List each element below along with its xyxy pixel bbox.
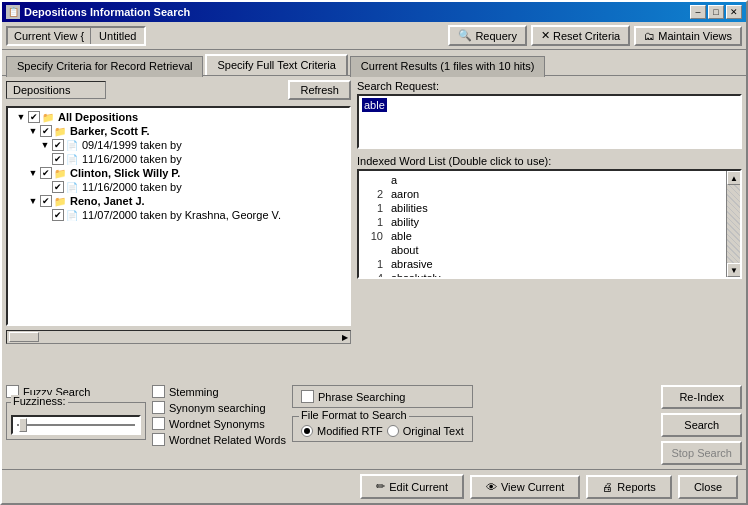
tree-item[interactable]: ▼ ✔ 📄 09/14/1999 taken by — [10, 138, 347, 152]
fuzzy-col: Fuzzy Search Fuzziness: — [6, 385, 146, 440]
search-button[interactable]: Search — [661, 413, 742, 437]
close-button-bottom[interactable]: Close — [678, 475, 738, 499]
tab-criteria[interactable]: Specify Criteria for Record Retrieval — [6, 56, 203, 77]
file-format-box: File Format to Search Modified RTF Origi… — [292, 416, 473, 442]
tree-item[interactable]: ▼ ✔ 📁 Reno, Janet J. — [10, 194, 347, 208]
folder-icon: 📁 — [42, 112, 56, 123]
tree-toggle[interactable]: ▼ — [16, 112, 26, 122]
search-input-text: able — [362, 98, 387, 112]
minimize-button[interactable]: – — [690, 5, 706, 19]
scroll-track[interactable] — [727, 185, 740, 263]
current-view-label: Current View { — [8, 28, 91, 44]
synonym-label: Synonym searching — [169, 402, 266, 414]
maintain-icon: 🗂 — [644, 30, 655, 42]
search-request-label: Search Request: — [357, 80, 742, 92]
tree-item[interactable]: ✔ 📄 11/07/2000 taken by Krashna, George … — [10, 208, 347, 222]
wordnet-related-checkbox[interactable] — [152, 433, 165, 446]
edit-icon: ✏ — [376, 480, 385, 493]
tabs-row: Specify Criteria for Record Retrieval Sp… — [2, 50, 746, 75]
list-item[interactable]: 4 absolutely — [361, 271, 724, 277]
synonym-checkbox[interactable] — [152, 401, 165, 414]
tree-item[interactable]: ✔ 📄 11/16/2000 taken by — [10, 152, 347, 166]
reset-criteria-button[interactable]: ✕ Reset Criteria — [531, 25, 630, 46]
search-request-section: Search Request: able — [357, 80, 742, 149]
tree-checkbox[interactable]: ✔ — [40, 195, 52, 207]
word-list-container[interactable]: a 2 aaron 1 abilities 1 ability — [357, 169, 742, 279]
wordnet-synonyms-checkbox[interactable] — [152, 417, 165, 430]
scrollbar-thumb[interactable] — [9, 332, 39, 342]
word-list-content: a 2 aaron 1 abilities 1 ability — [359, 171, 726, 277]
doc-icon: 📄 — [66, 154, 80, 165]
word-list-label: Indexed Word List (Double click to use): — [357, 155, 742, 167]
tree-checkbox[interactable]: ✔ — [40, 125, 52, 137]
wordnet-related-label: Wordnet Related Words — [169, 434, 286, 446]
tree-label: 09/14/1999 taken by — [82, 139, 182, 151]
tree-item[interactable]: ▼ ✔ 📁 All Depositions — [10, 110, 347, 124]
tree-item[interactable]: ✔ 📄 11/16/2000 taken by — [10, 180, 347, 194]
stop-search-button[interactable]: Stop Search — [661, 441, 742, 465]
reports-button[interactable]: 🖨 Reports — [586, 475, 672, 499]
reindex-button[interactable]: Re-Index — [661, 385, 742, 409]
tree-container[interactable]: ▼ ✔ 📁 All Depositions ▼ ✔ 📁 Barker, Scot… — [6, 106, 351, 326]
list-item[interactable]: 1 abilities — [361, 201, 724, 215]
requery-button[interactable]: 🔍 Requery — [448, 25, 527, 46]
stemming-row: Stemming — [152, 385, 286, 398]
tree-checkbox[interactable]: ✔ — [52, 181, 64, 193]
title-bar: 📋 Depositions Information Search – □ ✕ — [2, 2, 746, 22]
scroll-up-arrow[interactable]: ▲ — [727, 171, 741, 185]
view-current-button[interactable]: 👁 View Current — [470, 475, 580, 499]
modified-rtf-radio[interactable] — [301, 425, 313, 437]
depositions-label: Depositions — [6, 81, 106, 99]
tree-toggle[interactable]: ▼ — [28, 168, 38, 178]
stemming-checkbox[interactable] — [152, 385, 165, 398]
tree-label: 11/07/2000 taken by Krashna, George V. — [82, 209, 281, 221]
phrase-group: Phrase Searching — [292, 385, 473, 408]
search-input-area[interactable]: able — [357, 94, 742, 149]
tree-toggle[interactable]: ▼ — [28, 196, 38, 206]
tree-label: 11/16/2000 taken by — [82, 181, 182, 193]
fuzziness-slider[interactable] — [11, 415, 141, 435]
slider-thumb[interactable] — [19, 418, 27, 432]
tree-toggle[interactable]: ▼ — [40, 140, 50, 150]
slider-track — [17, 424, 135, 426]
close-button[interactable]: ✕ — [726, 5, 742, 19]
view-icon: 👁 — [486, 481, 497, 493]
list-item[interactable]: 1 abrasive — [361, 257, 724, 271]
tree-checkbox[interactable]: ✔ — [40, 167, 52, 179]
tree-checkbox[interactable]: ✔ — [28, 111, 40, 123]
list-item[interactable]: 1 ability — [361, 215, 724, 229]
folder-icon: 📁 — [54, 168, 68, 179]
main-content: Depositions Refresh ▼ ✔ 📁 All Deposition… — [2, 75, 746, 381]
tree-toggle[interactable]: ▼ — [28, 126, 38, 136]
tab-fulltext[interactable]: Specify Full Text Criteria — [205, 54, 347, 75]
tree-checkbox[interactable]: ✔ — [52, 209, 64, 221]
list-item[interactable]: a — [361, 173, 724, 187]
phrase-checkbox[interactable] — [301, 390, 314, 403]
maintain-views-button[interactable]: 🗂 Maintain Views — [634, 26, 742, 46]
tree-checkbox[interactable]: ✔ — [52, 139, 64, 151]
word-list-scrollbar[interactable]: ▲ ▼ — [726, 171, 740, 277]
list-item[interactable]: 10 able — [361, 229, 724, 243]
right-panel: Search Request: able Indexed Word List (… — [357, 80, 742, 377]
fuzziness-box: Fuzziness: — [6, 402, 146, 440]
stemming-col: Stemming Synonym searching Wordnet Synon… — [152, 385, 286, 446]
current-view-group: Current View { Untitled — [6, 26, 146, 46]
tab-results[interactable]: Current Results (1 files with 10 hits) — [350, 56, 546, 77]
original-text-radio[interactable] — [387, 425, 399, 437]
list-item[interactable]: about — [361, 243, 724, 257]
maximize-button[interactable]: □ — [708, 5, 724, 19]
reports-icon: 🖨 — [602, 481, 613, 493]
list-item[interactable]: 2 aaron — [361, 187, 724, 201]
horizontal-scrollbar[interactable]: ▶ — [6, 330, 351, 344]
scroll-down-arrow[interactable]: ▼ — [727, 263, 741, 277]
tree-item[interactable]: ▼ ✔ 📁 Clinton, Slick Willy P. — [10, 166, 347, 180]
tree-checkbox[interactable]: ✔ — [52, 153, 64, 165]
word-list-section: Indexed Word List (Double click to use):… — [357, 153, 742, 279]
scroll-right-arrow[interactable]: ▶ — [340, 331, 350, 344]
refresh-button[interactable]: Refresh — [288, 80, 351, 100]
current-view-value: Untitled — [91, 28, 144, 44]
tree-item[interactable]: ▼ ✔ 📁 Barker, Scott F. — [10, 124, 347, 138]
tree-toggle — [40, 182, 50, 192]
edit-current-button[interactable]: ✏ Edit Current — [360, 474, 464, 499]
tree-label: Clinton, Slick Willy P. — [70, 167, 180, 179]
